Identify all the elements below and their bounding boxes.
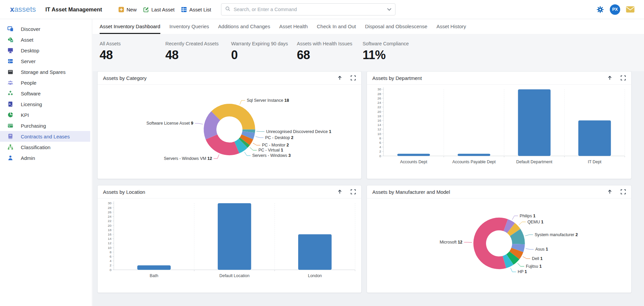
bar-accounts-payable-dept[interactable] xyxy=(458,154,490,156)
sidebar-item-kpi[interactable]: KPI xyxy=(0,110,90,120)
arrow-up-icon[interactable] xyxy=(337,189,342,194)
tab-asset-inventory-dashboard[interactable]: Asset Inventory Dashboard xyxy=(100,19,160,34)
svg-text:8: 8 xyxy=(379,136,381,140)
card-assets-by-location: Assets by Location 0 2 4 6 8 10 12 14 16… xyxy=(97,185,362,293)
bar-label-default-location: Default Location xyxy=(219,273,250,278)
arrow-up-icon[interactable] xyxy=(337,75,342,81)
svg-text:18: 18 xyxy=(377,114,381,118)
svg-text:22: 22 xyxy=(108,219,112,223)
quick-actions: New Last Asset Asset List xyxy=(116,5,213,14)
bar-label-accounts-payable-dept: Accounts Payable Dept xyxy=(452,160,496,164)
tab-check-in-and-out[interactable]: Check In and Out xyxy=(317,19,356,34)
stat-label: All Assets xyxy=(100,41,165,46)
bar-label-london: London xyxy=(308,273,322,278)
arrow-up-icon[interactable] xyxy=(607,75,612,81)
settings-gear-icon[interactable] xyxy=(596,6,604,13)
asset-list-button[interactable]: Asset List xyxy=(179,5,213,14)
bar-london[interactable] xyxy=(298,234,332,270)
sidebar-item-people[interactable]: People xyxy=(0,77,90,88)
card-actions xyxy=(607,189,626,194)
book-icon xyxy=(7,133,13,139)
bar-it-dept[interactable] xyxy=(578,121,611,156)
expand-icon[interactable] xyxy=(621,189,626,194)
expand-icon[interactable] xyxy=(351,75,356,81)
stat-value: 0 xyxy=(231,48,297,62)
card-title: Assets by Department xyxy=(372,75,422,81)
mail-icon[interactable] xyxy=(626,6,635,13)
svg-text:10: 10 xyxy=(377,132,381,136)
donut-label-software-license-asset: Software License Asset 9 xyxy=(147,121,194,126)
card-title: Assets by Category xyxy=(103,75,147,81)
donut-label-pc-monitor: PC - Monitor 2 xyxy=(262,143,289,147)
chart-assets-by-manufacturer-and-model: Philips 1QEMU 1System manufacturer 2Asus… xyxy=(367,199,631,293)
svg-text:20: 20 xyxy=(108,224,112,227)
expand-icon[interactable] xyxy=(351,189,356,194)
tab-asset-health[interactable]: Asset Health xyxy=(279,19,308,34)
new-button[interactable]: New xyxy=(116,5,139,14)
button-label: Last Asset xyxy=(151,7,174,12)
tab-asset-history[interactable]: Asset History xyxy=(436,19,466,34)
sidebar-item-software[interactable]: Software xyxy=(0,88,90,99)
sidebar-item-label: Discover xyxy=(21,26,40,32)
sidebar-item-label: Contracts and Leases xyxy=(21,134,70,139)
last-asset-button[interactable]: Last Asset xyxy=(141,5,177,14)
sidebar-nav: Discover Asset Desktop Server Storage an… xyxy=(0,19,92,306)
tab-inventory-queries[interactable]: Inventory Queries xyxy=(169,19,209,34)
user-avatar[interactable]: PX xyxy=(610,4,620,15)
sidebar-item-server[interactable]: Server xyxy=(0,56,90,67)
svg-text:0: 0 xyxy=(110,268,112,272)
donut-label-hp: HP 1 xyxy=(518,269,527,274)
monitor-icon xyxy=(7,47,13,53)
app-logo[interactable]: xassets xyxy=(10,5,36,14)
search-icon xyxy=(225,6,230,13)
bar-default-department[interactable] xyxy=(518,89,550,156)
header-right: PX xyxy=(596,4,635,15)
bar-accounts-dept[interactable] xyxy=(397,154,430,156)
svg-text:14: 14 xyxy=(108,237,112,241)
donut-label-dell: Dell 1 xyxy=(532,256,543,261)
svg-text:4: 4 xyxy=(379,145,381,149)
donut-slice-servers-windows-vm[interactable] xyxy=(206,134,239,155)
svg-text:10: 10 xyxy=(108,246,112,250)
card-actions xyxy=(337,75,356,81)
arrow-up-icon[interactable] xyxy=(607,189,612,194)
donut-slice-microsoft[interactable] xyxy=(473,218,508,269)
donut-label-microsoft: Microsoft 12 xyxy=(440,240,463,245)
sidebar-item-asset[interactable]: Asset xyxy=(0,34,90,45)
svg-text:24: 24 xyxy=(108,215,112,218)
bar-bath[interactable] xyxy=(137,265,171,270)
tab-disposal-and-obsolescense[interactable]: Disposal and Obsolescense xyxy=(365,19,427,34)
sidebar-item-purchasing[interactable]: Purchasing xyxy=(0,120,90,131)
search-input[interactable] xyxy=(233,6,384,12)
stat-assets-with-health-issues: Assets with Health Issues 68 xyxy=(297,34,363,71)
sidebar-item-contracts-and-leases[interactable]: Contracts and Leases xyxy=(0,131,90,142)
sidebar-item-label: Purchasing xyxy=(21,123,46,129)
donut-label-qemu: QEMU 1 xyxy=(527,220,543,224)
svg-text:2: 2 xyxy=(110,263,112,267)
sidebar-item-label: Licensing xyxy=(21,101,42,107)
bar-default-location[interactable] xyxy=(218,203,251,270)
donut-slice-sql-server-instance[interactable] xyxy=(211,104,255,130)
svg-text:28: 28 xyxy=(108,206,112,210)
sidebar-item-label: Server xyxy=(21,58,36,64)
sidebar-item-storage-and-spares[interactable]: Storage and Spares xyxy=(0,67,90,77)
bar-label-it-dept: IT Dept xyxy=(588,160,602,164)
chart-assets-by-category: Sql Server Instance 18Unrecognised Disco… xyxy=(98,85,361,179)
expand-icon[interactable] xyxy=(621,75,626,81)
sidebar-item-classification[interactable]: Classification xyxy=(0,142,90,152)
tab-additions-and-changes[interactable]: Additions and Changes xyxy=(218,19,270,34)
stat-value: 68 xyxy=(297,48,363,62)
devices-icon xyxy=(7,26,13,32)
donut-label-pc-desktop: PC - Desktop 2 xyxy=(265,135,293,140)
stat-value: 48 xyxy=(165,48,231,62)
sidebar-item-desktop[interactable]: Desktop xyxy=(0,45,90,56)
button-label: New xyxy=(126,7,137,12)
sidebar-item-discover[interactable]: Discover xyxy=(0,24,90,34)
person-icon xyxy=(7,155,13,161)
chevron-down-icon[interactable] xyxy=(387,6,391,12)
sidebar-item-licensing[interactable]: Licensing xyxy=(0,99,90,110)
card-header: Assets by Location xyxy=(98,185,361,199)
sidebar-item-label: Desktop xyxy=(21,48,39,53)
sidebar-item-admin[interactable]: Admin xyxy=(0,152,90,163)
svg-text:30: 30 xyxy=(108,201,112,205)
